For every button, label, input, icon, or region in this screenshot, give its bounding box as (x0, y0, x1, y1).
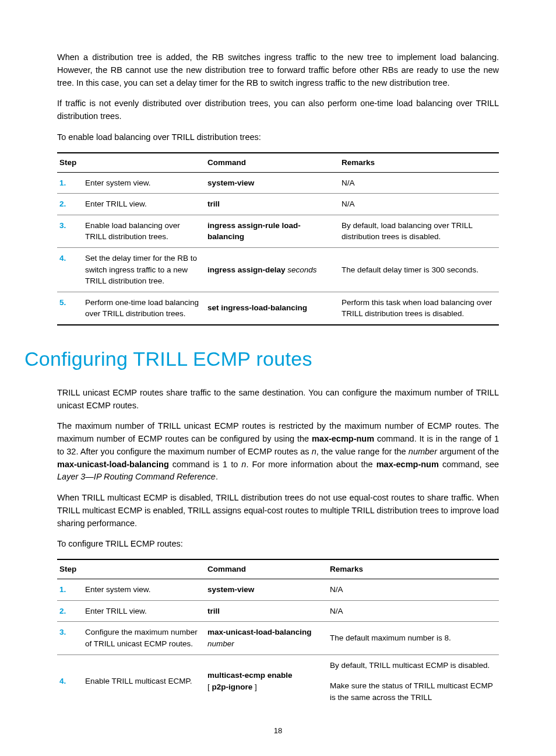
command-cell: system-view (205, 579, 328, 601)
section-heading: Configuring TRILL ECMP routes (24, 344, 499, 374)
step-number: 3. (57, 215, 83, 247)
remarks-cell: N/A (339, 172, 499, 194)
table-row: 4. Set the delay timer for the RB to swi… (57, 248, 499, 292)
step-text: Configure the maximum number of TRILL un… (83, 622, 205, 654)
table-row: 4. Enable TRILL multicast ECMP. multicas… (57, 654, 499, 676)
remarks-cell: N/A (328, 579, 499, 601)
remarks-cell: The default delay timer is 300 seconds. (339, 248, 499, 292)
step-number: 1. (57, 172, 83, 194)
step-number: 2. (57, 600, 83, 622)
paragraph: To configure TRILL ECMP routes: (57, 538, 499, 551)
command-cell: multicast-ecmp enable [ p2p-ignore ] (205, 654, 328, 708)
paragraph: When a distribution tree is added, the R… (57, 51, 499, 89)
th-remarks: Remarks (328, 559, 499, 579)
step-number: 4. (57, 248, 83, 292)
remarks-cell: By default, load balancing over TRILL di… (339, 215, 499, 247)
step-number: 2. (57, 194, 83, 215)
paragraph: To enable load balancing over TRILL dist… (57, 131, 499, 144)
step-text: Enter TRILL view. (83, 600, 205, 622)
step-text: Enter TRILL view. (83, 194, 205, 215)
paragraph: TRILL unicast ECMP routes share traffic … (57, 387, 499, 412)
remarks-cell: Make sure the status of TRILL multicast … (328, 676, 499, 708)
th-step: Step (57, 559, 205, 579)
step-text: Perform one-time load balancing over TRI… (83, 292, 205, 325)
table-row: 5. Perform one-time load balancing over … (57, 292, 499, 325)
command-cell: trill (205, 600, 328, 622)
step-text: Enable load balancing over TRILL distrib… (83, 215, 205, 247)
command-cell: ingress assign-delay seconds (205, 248, 339, 292)
table-row: 2. Enter TRILL view. trill N/A (57, 600, 499, 622)
table-row: 3. Configure the maximum number of TRILL… (57, 622, 499, 654)
table-ecmp-routes: Step Command Remarks 1. Enter system vie… (57, 559, 499, 708)
command-cell: trill (205, 194, 339, 215)
th-command: Command (205, 153, 339, 173)
remarks-cell: The default maximum number is 8. (328, 622, 499, 654)
table-row: 1. Enter system view. system-view N/A (57, 579, 499, 601)
paragraph: If traffic is not evenly distributed ove… (57, 97, 499, 123)
table-load-balancing: Step Command Remarks 1. Enter system vie… (57, 152, 499, 326)
step-text: Enter system view. (83, 579, 205, 601)
th-remarks: Remarks (339, 153, 499, 173)
remarks-cell: N/A (328, 600, 499, 622)
step-number: 5. (57, 292, 83, 325)
step-text: Enter system view. (83, 172, 205, 194)
step-text: Set the delay timer for the RB to switch… (83, 248, 205, 292)
th-step: Step (57, 153, 205, 173)
step-number: 4. (57, 654, 83, 708)
table-row: 3. Enable load balancing over TRILL dist… (57, 215, 499, 247)
table-row: 1. Enter system view. system-view N/A (57, 172, 499, 194)
step-number: 1. (57, 579, 83, 601)
page-number: 18 (57, 725, 499, 737)
th-command: Command (205, 559, 328, 579)
step-number: 3. (57, 622, 83, 654)
paragraph: The maximum number of TRILL unicast ECMP… (57, 420, 499, 484)
command-cell: set ingress-load-balancing (205, 292, 339, 325)
remarks-cell: Perform this task when load balancing ov… (339, 292, 499, 325)
table-row: 2. Enter TRILL view. trill N/A (57, 194, 499, 215)
paragraph: When TRILL multicast ECMP is disabled, T… (57, 492, 499, 530)
remarks-cell: By default, TRILL multicast ECMP is disa… (328, 654, 499, 676)
remarks-cell: N/A (339, 194, 499, 215)
command-cell: system-view (205, 172, 339, 194)
command-cell: ingress assign-rule load-balancing (205, 215, 339, 247)
command-cell: max-unicast-load-balancingnumber (205, 622, 328, 654)
step-text: Enable TRILL multicast ECMP. (83, 654, 205, 708)
